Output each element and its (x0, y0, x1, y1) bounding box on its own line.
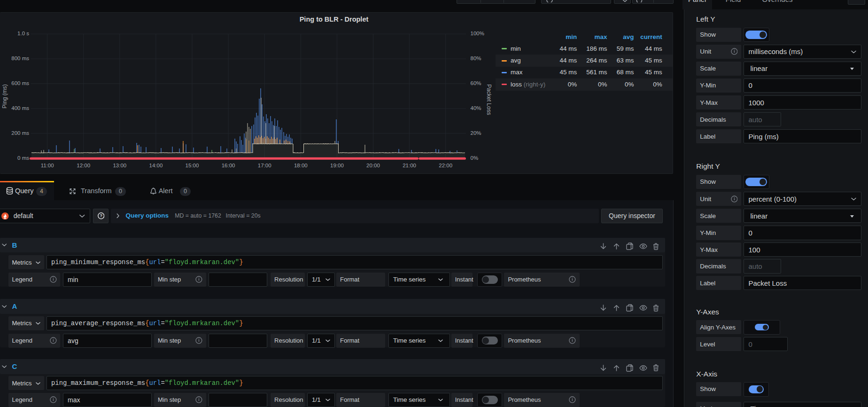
svg-text:?: ? (100, 214, 102, 219)
